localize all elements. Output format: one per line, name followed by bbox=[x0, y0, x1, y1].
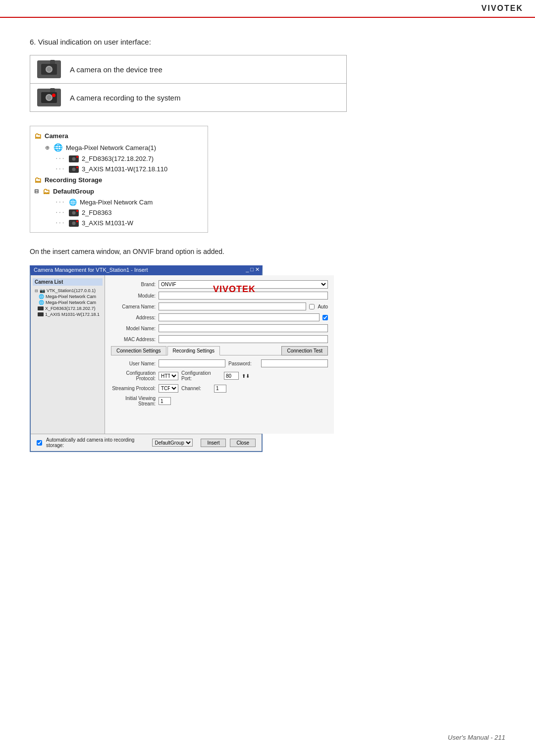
list-item-fd8363[interactable]: X_FD8363(172.18.202.7) bbox=[33, 305, 103, 311]
bottom-bar: Automatically add camera into recording … bbox=[31, 434, 262, 451]
globe-icon: 🌐 bbox=[69, 199, 77, 206]
tab-connection-settings[interactable]: Connection Settings bbox=[111, 346, 166, 355]
connection-test-button[interactable]: Connection Test bbox=[281, 346, 328, 355]
tree-item-label: Mega-Pixel Network Cam bbox=[80, 199, 153, 206]
cam-rec-icon bbox=[69, 155, 79, 162]
config-protocol-row: Configuration Protocol: HTTP Configurati… bbox=[111, 370, 328, 381]
streaming-protocol-select[interactable]: TCP bbox=[159, 384, 178, 393]
tree-item-fd8363-sub: ··· 2_FD8363 bbox=[30, 207, 208, 218]
config-port-label: Configuration Port: bbox=[181, 370, 221, 381]
tree-item-recording-storage: 🗂 Recording Storage bbox=[30, 174, 208, 186]
config-protocol-label: Configuration Protocol: bbox=[111, 370, 156, 381]
window-titlebar: Camera Management for VTK_Station1 - Ins… bbox=[31, 266, 151, 273]
auto-label: Auto bbox=[318, 304, 328, 309]
cam-rec-icon bbox=[69, 220, 79, 227]
window-body: Camera List ⊟ 📷 VTK_Station1(127.0.0.1) … bbox=[31, 275, 262, 434]
camera-management-window: Camera Management for VTK_Station1 - Ins… bbox=[30, 265, 263, 452]
close-button[interactable]: Close bbox=[230, 439, 256, 447]
vivotek-logo: VIVOTEK bbox=[213, 284, 256, 295]
window-close-buttons[interactable]: _□✕ bbox=[246, 266, 260, 273]
list-item-axis[interactable]: 1_AXIS M1031-W(172.18.1 bbox=[33, 311, 103, 317]
tree-item-label: 3_AXIS M1031-W bbox=[82, 219, 133, 227]
password-label: Password: bbox=[228, 361, 258, 366]
list-item-station[interactable]: ⊟ 📷 VTK_Station1(127.0.0.1) bbox=[33, 288, 103, 294]
section-title: Visual indication on user interface: bbox=[38, 38, 151, 46]
tree-item-axis-sub: ··· 3_AXIS M1031-W bbox=[30, 218, 208, 228]
mac-label: MAC Address: bbox=[111, 337, 156, 342]
form-panel: VIVOTEK Brand: ONVIF Module: Camera Name… bbox=[105, 275, 334, 434]
tree-line: ··· bbox=[55, 155, 65, 162]
tree-item-default-group: ⊟ 🗂 DefaultGroup bbox=[30, 186, 208, 197]
tree-item-label: 3_AXIS M1031-W(172.18.110 bbox=[82, 165, 167, 173]
model-name-row: Model Name: bbox=[111, 324, 328, 332]
indicator-text-recording: A camera recording to the system bbox=[70, 94, 180, 102]
page-footer: User's Manual - 211 bbox=[448, 734, 505, 741]
channel-input[interactable] bbox=[214, 385, 226, 393]
camera-name-input[interactable] bbox=[159, 302, 306, 310]
expand-icon: ⊕ bbox=[45, 145, 50, 151]
list-item-mega1[interactable]: 🌐 Mega-Pixel Network Cam bbox=[33, 294, 103, 300]
username-input[interactable] bbox=[159, 359, 225, 367]
tree-item-label: 2_FD8363(172.18.202.7) bbox=[82, 155, 154, 162]
initial-viewing-label: Initial Viewing Stream: bbox=[111, 396, 156, 406]
section-number: 6. bbox=[30, 38, 36, 46]
username-label: User Name: bbox=[111, 361, 156, 366]
initial-viewing-input[interactable] bbox=[159, 397, 171, 405]
tree-item-axis: ··· 3_AXIS M1031-W(172.18.110 bbox=[30, 164, 208, 174]
username-row: User Name: Password: bbox=[111, 359, 328, 367]
cam-icon-small bbox=[38, 306, 44, 310]
module-label: Module: bbox=[111, 293, 156, 299]
mac-row: MAC Address: bbox=[111, 335, 328, 343]
streaming-protocol-row: Streaming Protocol: TCP Channel: bbox=[111, 384, 328, 393]
config-port-input[interactable] bbox=[224, 372, 239, 380]
tree-line: ··· bbox=[55, 220, 65, 226]
tab-recording-settings[interactable]: Recording Settings bbox=[167, 346, 220, 355]
section-heading: 6. Visual indication on user interface: bbox=[30, 38, 505, 46]
tab-row: Connection Settings Recording Settings bbox=[111, 346, 281, 355]
folder-icon: 🗂 bbox=[43, 187, 50, 196]
password-input[interactable] bbox=[261, 359, 328, 367]
tree-item-label: Recording Storage bbox=[45, 176, 102, 184]
expand-icon: ⊟ bbox=[34, 188, 39, 195]
camera-name-row: Camera Name: Auto bbox=[111, 302, 328, 310]
device-tree: 🗂 Camera ⊕ 🌐 Mega-Pixel Network Camera(1… bbox=[30, 126, 208, 233]
page-header: VIVOTEK bbox=[0, 0, 535, 18]
tree-item-label: DefaultGroup bbox=[53, 188, 94, 195]
tree-item-label: Camera bbox=[45, 132, 68, 140]
tree-line: ··· bbox=[55, 199, 65, 205]
folder-icon: 🗂 bbox=[34, 132, 42, 140]
model-name-input[interactable] bbox=[159, 324, 328, 332]
tree-item-fd8363: ··· 2_FD8363(172.18.202.7) bbox=[30, 153, 208, 164]
footer-text: User's Manual - 211 bbox=[448, 734, 505, 741]
tree-item-mega-pixel: ⊕ 🌐 Mega-Pixel Network Camera(1) bbox=[30, 142, 208, 153]
camera-list-panel: Camera List ⊟ 📷 VTK_Station1(127.0.0.1) … bbox=[31, 275, 105, 434]
brand-logo: VIVOTEK bbox=[482, 4, 523, 13]
folder-icon: 🗂 bbox=[34, 176, 42, 184]
cam-icon-small bbox=[38, 312, 44, 316]
camera-list-title: Camera List bbox=[33, 278, 103, 286]
address-input[interactable] bbox=[159, 313, 320, 321]
config-port-spinner[interactable]: ⬆⬇ bbox=[242, 373, 250, 379]
mac-input[interactable] bbox=[159, 335, 328, 343]
address-row: Address: bbox=[111, 313, 328, 321]
auto-add-checkbox[interactable] bbox=[37, 440, 42, 446]
auto-add-group-select[interactable]: DefaultGroup bbox=[152, 439, 193, 447]
initial-viewing-row: Initial Viewing Stream: bbox=[111, 396, 328, 406]
tree-item-label: 2_FD8363 bbox=[82, 209, 112, 216]
indicator-row-recording: A camera recording to the system bbox=[30, 84, 346, 111]
tree-line: ··· bbox=[55, 209, 65, 216]
streaming-protocol-label: Streaming Protocol: bbox=[111, 386, 156, 391]
list-item-mega2[interactable]: 🌐 Mega-Pixel Network Cam bbox=[33, 300, 103, 305]
address-checkbox[interactable] bbox=[322, 315, 328, 320]
indicator-table: A camera on the device tree A camera rec… bbox=[30, 55, 347, 112]
auto-checkbox[interactable] bbox=[309, 304, 315, 309]
globe-icon: 🌐 bbox=[54, 143, 63, 152]
tree-item-label: Mega-Pixel Network Camera(1) bbox=[66, 144, 156, 151]
main-content: 6. Visual indication on user interface: … bbox=[0, 18, 535, 502]
config-protocol-select[interactable]: HTTP bbox=[159, 372, 178, 380]
indicator-text-normal: A camera on the device tree bbox=[70, 65, 162, 74]
insert-button[interactable]: Insert bbox=[201, 439, 226, 447]
camera-name-label: Camera Name: bbox=[111, 304, 156, 309]
intro-paragraph: On the insert camera window, an ONVIF br… bbox=[30, 248, 505, 255]
address-label: Address: bbox=[111, 315, 156, 320]
